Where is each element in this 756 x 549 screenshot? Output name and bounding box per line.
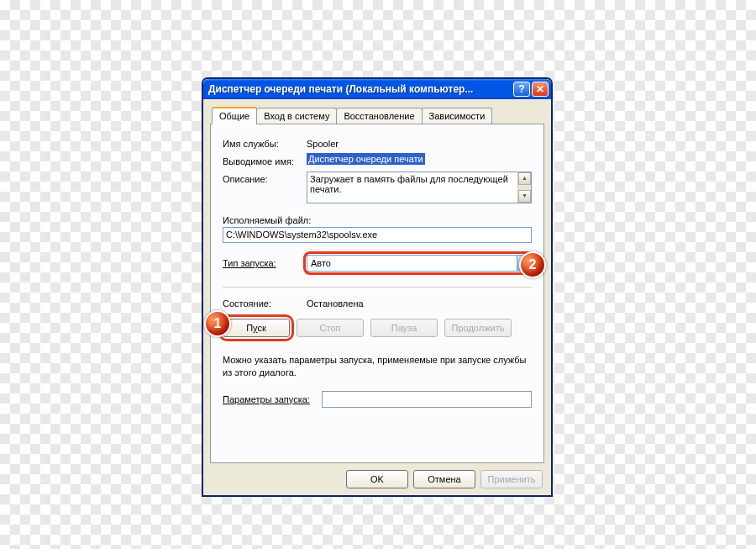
row-service-name: Имя службы: Spooler <box>223 136 532 149</box>
tabstrip: Общие Вход в систему Восстановление Зави… <box>212 106 544 124</box>
value-display-name: Диспетчер очереди печати <box>307 153 425 165</box>
label-startup-type: Тип запуска: <box>223 258 307 268</box>
value-exe-path: C:\WINDOWS\system32\spoolsv.exe <box>223 227 532 243</box>
control-buttons-row: Пуск Стоп Пауза Продолжить <box>223 319 532 337</box>
hint-text: Можно указать параметры запуска, применя… <box>223 354 532 379</box>
titlebar[interactable]: Диспетчер очереди печати (Локальный комп… <box>203 79 551 99</box>
label-params: Параметры запуска: <box>223 394 322 404</box>
label-description: Описание: <box>223 172 307 184</box>
value-service-name: Spooler <box>307 136 532 149</box>
params-input[interactable] <box>322 391 532 408</box>
label-display-name: Выводимое имя: <box>223 154 307 166</box>
tab-logon[interactable]: Вход в систему <box>256 108 337 124</box>
start-button-wrap: Пуск <box>223 319 290 337</box>
annotation-callout-1: 1 <box>204 310 231 337</box>
close-button[interactable]: ✕ <box>532 82 549 97</box>
scroll-up-icon[interactable]: ▲ <box>518 172 531 185</box>
startup-type-combo[interactable]: Авто ▼ <box>307 255 532 272</box>
separator <box>223 287 532 288</box>
label-status: Состояние: <box>223 298 307 309</box>
scroll-down-icon[interactable]: ▼ <box>518 190 531 203</box>
tab-page-general: Имя службы: Spooler Выводимое имя: Диспе… <box>210 124 544 463</box>
service-properties-window: Диспетчер очереди печати (Локальный комп… <box>202 78 552 496</box>
row-startup-type: Тип запуска: Авто ▼ <box>223 255 532 272</box>
startup-type-value: Авто <box>311 258 517 268</box>
startup-type-combo-wrap: Авто ▼ <box>307 255 532 272</box>
ok-button[interactable]: OK <box>346 470 408 488</box>
client-area: Общие Вход в систему Восстановление Зави… <box>203 99 551 495</box>
apply-button: Применить <box>480 470 543 488</box>
tab-general[interactable]: Общие <box>212 107 257 124</box>
tab-recovery[interactable]: Восстановление <box>336 108 422 124</box>
value-status: Остановлена <box>307 298 364 309</box>
label-service-name: Имя службы: <box>223 136 307 149</box>
pause-button: Пауза <box>370 319 438 337</box>
start-button[interactable]: Пуск <box>223 319 290 337</box>
row-display-name: Выводимое имя: Диспетчер очереди печати <box>223 154 532 166</box>
annotation-callout-2: 2 <box>519 251 546 278</box>
row-description: Описание: Загружает в память файлы для п… <box>223 172 532 203</box>
label-exe-path: Исполняемый файл: <box>223 215 532 225</box>
row-params: Параметры запуска: <box>223 391 532 408</box>
value-description: Загружает в память файлы для последующей… <box>310 174 515 201</box>
dialog-buttons: OK Отмена Применить <box>210 463 544 490</box>
description-box: Загружает в память файлы для последующей… <box>307 172 532 203</box>
row-exe-path: Исполняемый файл: C:\WINDOWS\system32\sp… <box>223 215 532 243</box>
tab-dependencies[interactable]: Зависимости <box>422 108 493 124</box>
help-button[interactable]: ? <box>513 82 530 97</box>
description-scrollbar[interactable]: ▲ ▼ <box>517 172 531 203</box>
row-status: Состояние: Остановлена <box>223 298 532 309</box>
resume-button: Продолжить <box>444 319 512 337</box>
window-title: Диспетчер очереди печати (Локальный комп… <box>208 83 512 95</box>
stop-button: Стоп <box>297 319 364 337</box>
cancel-button[interactable]: Отмена <box>413 470 475 488</box>
